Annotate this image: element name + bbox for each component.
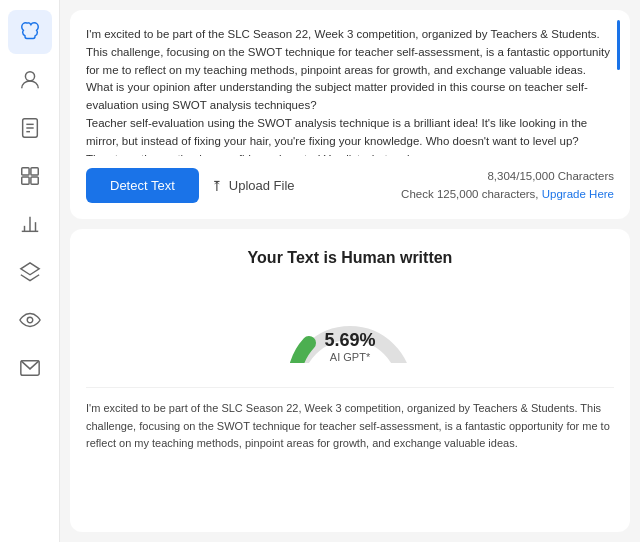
text-input-card: I'm excited to be part of the SLC Season… <box>70 10 630 219</box>
gauge-label: 5.69% AI GPT* <box>324 330 375 363</box>
grid-icon <box>18 164 42 188</box>
mail-icon <box>18 356 42 380</box>
svg-marker-13 <box>20 263 38 275</box>
char-count: 8,304/15,000 Characters <box>401 168 614 185</box>
document-icon <box>18 116 42 140</box>
result-title: Your Text is Human written <box>86 249 614 267</box>
sidebar-item-eye[interactable] <box>8 298 52 342</box>
gauge-wrapper: 5.69% AI GPT* <box>280 283 420 363</box>
svg-rect-5 <box>21 168 28 175</box>
sidebar <box>0 0 60 542</box>
sidebar-item-document[interactable] <box>8 106 52 150</box>
upload-icon: ⤒ <box>211 178 223 194</box>
brain-icon <box>18 20 42 44</box>
svg-rect-6 <box>30 168 37 175</box>
input-text[interactable]: I'm excited to be part of the SLC Season… <box>86 26 614 156</box>
gauge-container: 5.69% AI GPT* <box>86 283 614 363</box>
eye-icon <box>18 308 42 332</box>
sidebar-item-chart[interactable] <box>8 202 52 246</box>
svg-point-0 <box>25 72 34 81</box>
sidebar-item-mail[interactable] <box>8 346 52 390</box>
layers-icon <box>18 260 42 284</box>
gauge-percent: 5.69% <box>324 330 375 351</box>
upload-file-button[interactable]: ⤒ Upload File <box>211 178 295 194</box>
action-bar: Detect Text ⤒ Upload File 8,304/15,000 C… <box>86 168 614 203</box>
face-icon <box>18 68 42 92</box>
sidebar-item-grid[interactable] <box>8 154 52 198</box>
sidebar-item-brain[interactable] <box>8 10 52 54</box>
sidebar-item-face[interactable] <box>8 58 52 102</box>
svg-rect-7 <box>21 177 28 184</box>
upgrade-link[interactable]: Upgrade Here <box>542 188 614 200</box>
chart-icon <box>18 212 42 236</box>
char-info: 8,304/15,000 Characters Check 125,000 ch… <box>401 168 614 203</box>
result-excerpt: I'm excited to be part of the SLC Season… <box>86 387 614 453</box>
result-card: Your Text is Human written 5.69% AI GPT*… <box>70 229 630 532</box>
upgrade-line: Check 125,000 characters, Upgrade Here <box>401 186 614 203</box>
gauge-sub-label: AI GPT* <box>324 351 375 363</box>
detect-text-button[interactable]: Detect Text <box>86 168 199 203</box>
svg-point-14 <box>27 317 33 323</box>
main-content: I'm excited to be part of the SLC Season… <box>60 0 640 542</box>
sidebar-item-layers[interactable] <box>8 250 52 294</box>
upload-label: Upload File <box>229 178 295 193</box>
scroll-indicator <box>617 20 620 70</box>
svg-rect-8 <box>30 177 37 184</box>
